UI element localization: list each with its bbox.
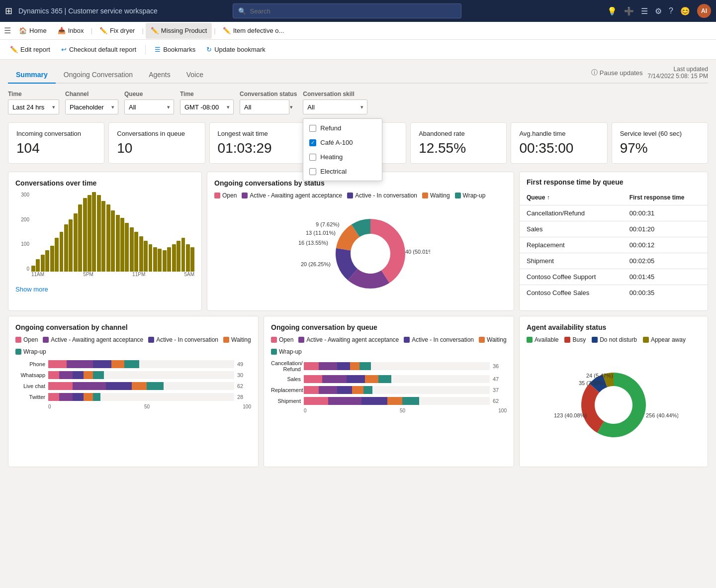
bar	[181, 238, 185, 272]
bar	[97, 195, 101, 272]
bar	[111, 210, 115, 272]
update-icon: ↻	[206, 46, 212, 53]
edit-icon-2: ✏️	[151, 27, 159, 34]
filter-conv-status-select[interactable]: All	[240, 99, 289, 114]
filter-conv-status: Conversation status All	[240, 91, 297, 114]
filters-row: Time Last 24 hrs Channel Placeholder Que…	[8, 91, 708, 114]
bar	[167, 247, 171, 272]
legend-waiting: Waiting	[422, 192, 450, 199]
filter-channel-select[interactable]: Placeholder	[65, 99, 118, 114]
pause-updates-button[interactable]: ⓘ Pause updates	[591, 68, 643, 77]
list-item: Sales 47	[271, 375, 507, 383]
avatar[interactable]: AI	[697, 4, 711, 18]
table-row: Contoso Coffee Support00:01:45	[520, 269, 708, 285]
home-icon: 🏠	[19, 27, 27, 34]
bar	[45, 250, 49, 272]
inbox-icon: 📥	[58, 27, 66, 34]
user-icon[interactable]: 😊	[680, 6, 690, 16]
kpi-conversations-in-queue: Conversations in queue 10	[108, 122, 205, 164]
bar	[158, 249, 162, 272]
tab-inbox[interactable]: 📥 Inbox	[53, 23, 89, 39]
legend-ch-in-conv: Active - In conversation	[148, 336, 218, 343]
first-response-table-scroll[interactable]: Queue ↑ First response time Cancellation…	[520, 190, 708, 300]
hamburger-icon[interactable]: ☰	[4, 26, 11, 35]
filter-conv-status-label: Conversation status	[240, 91, 297, 98]
first-response-table-card: First response time by queue Queue ↑ Fir…	[519, 172, 708, 311]
legend-ch-open: Open	[15, 336, 38, 343]
dropdown-item-cafe-a100[interactable]: ✓ Café A-100	[303, 135, 382, 150]
add-icon[interactable]: ➕	[624, 6, 634, 16]
ongoing-by-status-card: Ongoing conversations by status Open Act…	[207, 172, 514, 311]
filter-timezone-label: Time	[180, 91, 234, 98]
search-input[interactable]	[250, 7, 456, 15]
filter-queue-label: Queue	[124, 91, 174, 98]
help-icon[interactable]: ?	[669, 6, 673, 15]
checkout-report-button[interactable]: ↩ Checkout default report	[57, 44, 140, 55]
edit-report-icon: ✏️	[10, 46, 18, 53]
bar	[149, 244, 153, 272]
tab-voice[interactable]: Voice	[179, 67, 211, 84]
kpi-incoming-conversation: Incoming conversation 104	[8, 122, 104, 164]
filter-icon[interactable]: ☰	[641, 6, 648, 16]
filter-timezone-select[interactable]: GMT -08:00	[180, 99, 234, 114]
update-bookmark-button[interactable]: ↻ Update bookmark	[202, 44, 269, 55]
bar	[36, 259, 40, 272]
tab-missing-product[interactable]: ✏️ Missing Product	[146, 23, 212, 39]
filter-queue-select[interactable]: All	[124, 99, 174, 114]
bottom-charts-row: Ongoing conversation by channel Open Act…	[8, 316, 708, 467]
filter-time-select[interactable]: Last 24 hrs	[8, 99, 59, 114]
donut-label: 20 (26.25%)	[301, 261, 331, 267]
show-more-link[interactable]: Show more	[15, 286, 48, 293]
bar	[186, 244, 190, 272]
donut-label: 16 (13.55%)	[298, 240, 328, 246]
bookmark-icon: ☰	[155, 46, 161, 53]
grid-icon[interactable]: ⊞	[5, 5, 12, 16]
tab-ongoing-conversation[interactable]: Ongoing Conversation	[56, 67, 141, 84]
bar	[144, 241, 148, 272]
search-box[interactable]: 🔍	[233, 3, 461, 18]
bar-chart: 300 200 100 0 11AM 5PM 11PM 5AM	[15, 192, 194, 282]
bar	[92, 192, 96, 272]
checkbox-heating[interactable]	[309, 154, 316, 161]
bar	[55, 238, 59, 272]
top-nav: ⊞ Dynamics 365 | Customer service worksp…	[0, 0, 716, 22]
lightbulb-icon[interactable]: 💡	[607, 6, 617, 16]
dropdown-item-refund[interactable]: Refund	[303, 121, 382, 135]
col-queue[interactable]: Queue ↑	[520, 190, 623, 205]
legend-q-waiting: Waiting	[479, 336, 507, 343]
tab-fix-dryer[interactable]: ✏️ Fix dryer	[94, 23, 140, 39]
last-updated: Last updated 7/14/2022 5:08: 15 PM	[648, 66, 708, 80]
main-content: Summary Ongoing Conversation Agents Voic…	[0, 60, 716, 478]
bar	[88, 195, 91, 272]
bookmarks-button[interactable]: ☰ Bookmarks	[151, 44, 199, 55]
donut-label: 13 (11.01%)	[306, 230, 336, 236]
queue-xaxis: 0 50 100	[271, 408, 507, 413]
dropdown-item-electrical[interactable]: Electrical	[303, 164, 382, 179]
checkbox-refund[interactable]	[309, 125, 316, 132]
tab-home[interactable]: 🏠 Home	[14, 23, 52, 39]
channel-bar-chart: Phone 49 Whatsapp 30 Live chat 62 Twitte…	[15, 360, 251, 401]
legend-active-in-conv: Active - In conversation	[347, 192, 417, 199]
tab-agents[interactable]: Agents	[141, 67, 179, 84]
pause-icon: ⓘ	[591, 68, 598, 77]
sub-tabs: Summary Ongoing Conversation Agents Voic…	[8, 66, 708, 84]
donut-label: 24 (5.47%)	[586, 373, 613, 379]
tab-summary[interactable]: Summary	[8, 67, 56, 84]
agent-availability-legend: Available Busy Do not disturb Appear awa…	[527, 336, 701, 343]
filter-conv-skill-select[interactable]: All	[303, 99, 367, 114]
bar	[78, 204, 82, 272]
checkbox-electrical[interactable]	[309, 168, 316, 175]
filter-time: Time Last 24 hrs	[8, 91, 59, 114]
checkbox-cafe-a100[interactable]: ✓	[309, 139, 316, 146]
table-row: Replacement00:00:12	[520, 237, 708, 253]
tab-item-defective[interactable]: ✏️ Item defective o...	[218, 23, 289, 39]
dropdown-item-heating[interactable]: Heating	[303, 150, 382, 164]
bar	[120, 218, 124, 272]
edit-icon-3: ✏️	[223, 27, 231, 34]
legend-ch-waiting: Waiting	[223, 336, 251, 343]
settings-icon[interactable]: ⚙	[655, 6, 662, 16]
separator-3: |	[214, 27, 215, 34]
conversations-over-time-card: Conversations over time 300 200 100 0 11…	[8, 172, 202, 311]
edit-report-button[interactable]: ✏️ Edit report	[6, 44, 54, 55]
col-first-response[interactable]: First response time	[623, 190, 708, 205]
